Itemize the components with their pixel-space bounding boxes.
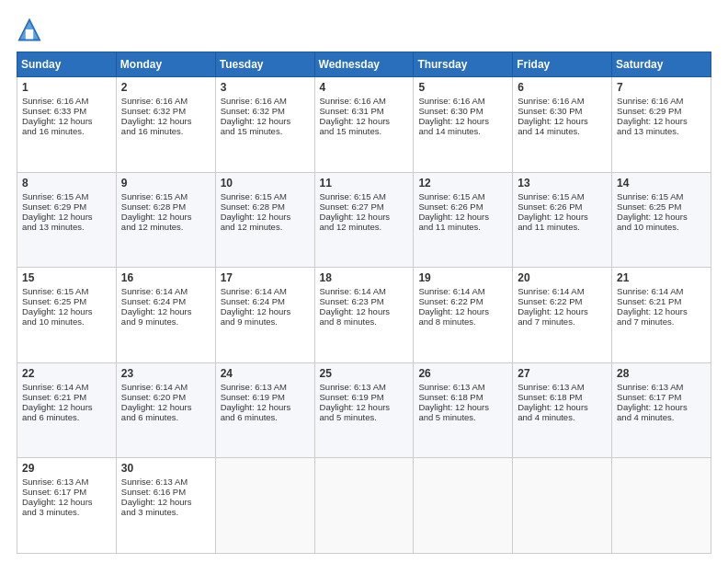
day-number: 21 (617, 271, 707, 284)
day-info-line: Sunset: 6:25 PM (617, 201, 707, 212)
day-info-line: Sunrise: 6:15 AM (121, 191, 211, 201)
day-header-sunday: Sunday (17, 52, 117, 77)
day-info-line: Sunset: 6:19 PM (320, 392, 410, 402)
svg-rect-2 (26, 29, 33, 40)
day-info-line: Sunrise: 6:13 AM (221, 382, 311, 392)
day-cell-24: 24Sunrise: 6:13 AMSunset: 6:19 PMDayligh… (215, 362, 314, 458)
day-info-line: Daylight: 12 hours (121, 306, 211, 316)
day-info-line: Sunrise: 6:16 AM (418, 96, 508, 106)
day-info-line: Daylight: 12 hours (617, 212, 707, 222)
day-info-line: and 11 minutes. (518, 222, 608, 232)
day-info-line: Sunset: 6:30 PM (418, 106, 508, 116)
day-info-line: Sunset: 6:21 PM (617, 296, 707, 306)
day-info-line: Sunrise: 6:13 AM (418, 382, 508, 392)
day-cell-8: 8Sunrise: 6:15 AMSunset: 6:29 PMDaylight… (17, 172, 117, 268)
day-info-line: Daylight: 12 hours (617, 116, 707, 126)
day-number: 15 (22, 271, 112, 284)
day-info-line: Daylight: 12 hours (221, 116, 311, 126)
day-info-line: Sunrise: 6:16 AM (617, 96, 707, 106)
day-info-line: Daylight: 12 hours (121, 497, 211, 507)
day-info-line: Daylight: 12 hours (121, 116, 211, 126)
day-info-line: Sunset: 6:29 PM (617, 106, 707, 116)
day-number: 17 (221, 271, 311, 284)
day-info-line: Sunrise: 6:13 AM (617, 382, 707, 392)
day-info-line: Daylight: 12 hours (22, 212, 112, 222)
day-info-line: and 4 minutes. (617, 412, 707, 422)
day-cell-2: 2Sunrise: 6:16 AMSunset: 6:32 PMDaylight… (116, 77, 215, 173)
day-info-line: Daylight: 12 hours (121, 212, 211, 222)
day-number: 7 (617, 81, 707, 94)
day-number: 13 (518, 177, 608, 190)
day-cell-21: 21Sunrise: 6:14 AMSunset: 6:21 PMDayligh… (612, 268, 711, 363)
day-number: 6 (518, 81, 608, 94)
day-info-line: Daylight: 12 hours (518, 402, 608, 412)
day-info-line: Daylight: 12 hours (617, 306, 707, 316)
day-number: 2 (121, 81, 211, 94)
day-info-line: Daylight: 12 hours (22, 497, 112, 507)
day-info-line: Sunrise: 6:13 AM (320, 382, 410, 392)
day-cell-13: 13Sunrise: 6:15 AMSunset: 6:26 PMDayligh… (513, 172, 612, 268)
day-info-line: Daylight: 12 hours (221, 402, 311, 412)
day-info-line: and 13 minutes. (22, 222, 112, 232)
day-cell-10: 10Sunrise: 6:15 AMSunset: 6:28 PMDayligh… (215, 172, 314, 268)
day-info-line: Daylight: 12 hours (617, 402, 707, 412)
day-info-line: and 7 minutes. (518, 316, 608, 327)
day-info-line: Sunrise: 6:14 AM (121, 286, 211, 296)
day-number: 14 (617, 177, 707, 190)
day-cell-26: 26Sunrise: 6:13 AMSunset: 6:18 PMDayligh… (414, 362, 513, 458)
day-info-line: Sunset: 6:22 PM (518, 296, 608, 306)
day-info-line: Sunset: 6:28 PM (221, 201, 311, 212)
empty-cell (414, 458, 513, 554)
day-cell-29: 29Sunrise: 6:13 AMSunset: 6:17 PMDayligh… (17, 458, 117, 554)
day-info-line: and 14 minutes. (518, 126, 608, 136)
day-info-line: and 11 minutes. (418, 222, 508, 232)
day-info-line: Sunset: 6:26 PM (518, 201, 608, 212)
day-info-line: Sunset: 6:24 PM (121, 296, 211, 306)
day-info-line: and 7 minutes. (617, 316, 707, 327)
day-info-line: Daylight: 12 hours (320, 402, 410, 412)
day-info-line: Sunset: 6:18 PM (518, 392, 608, 402)
day-info-line: Sunset: 6:16 PM (121, 487, 211, 497)
day-number: 5 (418, 81, 508, 94)
day-cell-17: 17Sunrise: 6:14 AMSunset: 6:24 PMDayligh… (215, 268, 314, 363)
day-cell-1: 1Sunrise: 6:16 AMSunset: 6:33 PMDaylight… (17, 77, 117, 173)
day-info-line: and 15 minutes. (221, 126, 311, 136)
day-info-line: Sunrise: 6:15 AM (22, 286, 112, 296)
day-number: 10 (221, 177, 311, 190)
day-info-line: Sunrise: 6:13 AM (22, 477, 112, 487)
day-number: 20 (518, 271, 608, 284)
day-info-line: Sunrise: 6:16 AM (221, 96, 311, 106)
day-info-line: Daylight: 12 hours (22, 402, 112, 412)
day-cell-11: 11Sunrise: 6:15 AMSunset: 6:27 PMDayligh… (314, 172, 414, 268)
day-info-line: Sunset: 6:21 PM (22, 392, 112, 402)
day-cell-18: 18Sunrise: 6:14 AMSunset: 6:23 PMDayligh… (314, 268, 414, 363)
day-info-line: and 16 minutes. (22, 126, 112, 136)
day-header-tuesday: Tuesday (215, 52, 314, 77)
day-number: 30 (121, 462, 211, 475)
day-cell-30: 30Sunrise: 6:13 AMSunset: 6:16 PMDayligh… (116, 458, 215, 554)
day-info-line: and 3 minutes. (121, 507, 211, 517)
day-cell-3: 3Sunrise: 6:16 AMSunset: 6:32 PMDaylight… (215, 77, 314, 173)
day-cell-9: 9Sunrise: 6:15 AMSunset: 6:28 PMDaylight… (116, 172, 215, 268)
day-info-line: Sunset: 6:28 PM (121, 201, 211, 212)
day-info-line: Sunset: 6:25 PM (22, 296, 112, 306)
day-info-line: Sunrise: 6:14 AM (22, 382, 112, 392)
day-cell-16: 16Sunrise: 6:14 AMSunset: 6:24 PMDayligh… (116, 268, 215, 363)
day-info-line: and 4 minutes. (518, 412, 608, 422)
day-info-line: Sunrise: 6:14 AM (121, 382, 211, 392)
day-info-line: Sunset: 6:23 PM (320, 296, 410, 306)
day-header-thursday: Thursday (414, 52, 513, 77)
day-info-line: and 6 minutes. (221, 412, 311, 422)
day-number: 16 (121, 271, 211, 284)
day-info-line: Sunset: 6:22 PM (418, 296, 508, 306)
day-info-line: Daylight: 12 hours (518, 116, 608, 126)
day-info-line: Sunset: 6:31 PM (320, 106, 410, 116)
day-info-line: Sunset: 6:17 PM (22, 487, 112, 497)
day-number: 24 (221, 367, 311, 380)
day-number: 3 (221, 81, 311, 94)
day-info-line: Sunrise: 6:15 AM (518, 191, 608, 201)
day-info-line: Daylight: 12 hours (418, 306, 508, 316)
day-info-line: Sunrise: 6:16 AM (518, 96, 608, 106)
day-info-line: Sunrise: 6:15 AM (221, 191, 311, 201)
day-info-line: and 9 minutes. (121, 316, 211, 327)
